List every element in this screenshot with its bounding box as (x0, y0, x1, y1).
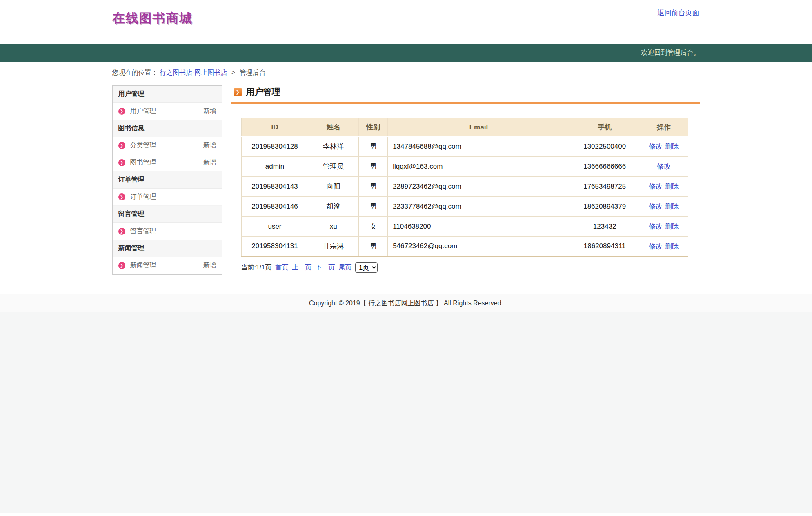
table-row: 201958304146 胡浚 男 2233778462@qq.com 1862… (241, 196, 688, 216)
sidebar-item-book-manage[interactable]: ❯ 图书管理 新增 (113, 154, 222, 171)
col-header-id: ID (241, 118, 308, 136)
cell-gender: 男 (359, 156, 388, 176)
arrow-right-square-icon: ❯ (234, 88, 242, 96)
copyright-text: Copyright © 2019【 行之图书店网上图书店 】 All Right… (309, 300, 503, 307)
cell-name: 胡浚 (308, 196, 359, 216)
next-page-link[interactable]: 下一页 (315, 263, 335, 272)
cell-phone: 13666666666 (570, 156, 640, 176)
back-to-front-link[interactable]: 返回前台页面 (658, 8, 699, 18)
main-panel: ❯ 用户管理 ID 姓名 性别 Email 手机 操作 (231, 85, 700, 273)
cell-name: 向阳 (308, 176, 359, 196)
breadcrumb-separator: > (229, 69, 238, 76)
delete-link[interactable]: 删除 (665, 222, 679, 230)
welcome-bar: 欢迎回到管理后台。 (0, 44, 812, 62)
table-row: user xu 女 1104638200 123432 修改删除 (241, 216, 688, 236)
edit-link[interactable]: 修改 (657, 162, 671, 170)
cell-email: 2289723462@qq.com (388, 176, 570, 196)
arrow-right-circle-icon: ❯ (118, 108, 125, 115)
cell-actions: 修改删除 (640, 236, 688, 256)
cell-phone: 123432 (570, 216, 640, 236)
cell-name: xu (308, 216, 359, 236)
cell-id: 201958304131 (241, 236, 308, 256)
welcome-text: 欢迎回到管理后台。 (641, 49, 700, 56)
delete-link[interactable]: 删除 (665, 242, 679, 250)
edit-link[interactable]: 修改 (649, 222, 663, 230)
sidebar-item-user-manage[interactable]: ❯ 用户管理 新增 (113, 103, 222, 120)
cell-id: user (241, 216, 308, 236)
cell-phone: 18620894379 (570, 196, 640, 216)
sidebar-item-label[interactable]: 留言管理 (130, 227, 216, 236)
sidebar-add-book-link[interactable]: 新增 (203, 158, 216, 167)
cell-name: 李林洋 (308, 136, 359, 156)
cell-actions: 修改删除 (640, 196, 688, 216)
table-row: 201958304131 甘宗淋 男 546723462@qq.com 1862… (241, 236, 688, 256)
delete-link[interactable]: 删除 (665, 202, 679, 210)
cell-gender: 男 (359, 136, 388, 156)
cell-phone: 17653498725 (570, 176, 640, 196)
edit-link[interactable]: 修改 (649, 202, 663, 210)
col-header-phone: 手机 (570, 118, 640, 136)
sidebar-add-news-link[interactable]: 新增 (203, 261, 216, 270)
cell-email: 546723462@qq.com (388, 236, 570, 256)
table-row: 201958304143 向阳 男 2289723462@qq.com 1765… (241, 176, 688, 196)
sidebar: 用户管理 ❯ 用户管理 新增 图书信息 ❯ 分类管理 新增 ❯ 图书管理 新增 … (112, 85, 222, 275)
sidebar-add-user-link[interactable]: 新增 (203, 107, 216, 116)
cell-actions: 修改 (640, 156, 688, 176)
sidebar-item-category-manage[interactable]: ❯ 分类管理 新增 (113, 137, 222, 154)
sidebar-item-label[interactable]: 订单管理 (130, 193, 216, 201)
sidebar-item-message-manage[interactable]: ❯ 留言管理 (113, 223, 222, 240)
sidebar-item-label[interactable]: 分类管理 (130, 141, 203, 150)
sidebar-item-label[interactable]: 用户管理 (130, 107, 203, 116)
cell-id: admin (241, 156, 308, 176)
cell-email: 1104638200 (388, 216, 570, 236)
cell-actions: 修改删除 (640, 216, 688, 236)
table-row: admin 管理员 男 llqqxf@163.com 13666666666 修… (241, 156, 688, 176)
col-header-gender: 性别 (359, 118, 388, 136)
sidebar-item-order-manage[interactable]: ❯ 订单管理 (113, 189, 222, 206)
cell-email: 2233778462@qq.com (388, 196, 570, 216)
cell-phone: 13022500400 (570, 136, 640, 156)
sidebar-add-category-link[interactable]: 新增 (203, 141, 216, 150)
cell-gender: 男 (359, 196, 388, 216)
sidebar-item-news-manage[interactable]: ❯ 新闻管理 新增 (113, 257, 222, 274)
cell-phone: 18620894311 (570, 236, 640, 256)
sidebar-item-label[interactable]: 图书管理 (130, 158, 203, 167)
cell-gender: 男 (359, 176, 388, 196)
table-row: 201958304128 李林洋 男 1347845688@qq.com 130… (241, 136, 688, 156)
cell-gender: 男 (359, 236, 388, 256)
col-header-email: Email (388, 118, 570, 136)
sidebar-section-orders: 订单管理 (113, 171, 222, 189)
last-page-link[interactable]: 尾页 (338, 263, 351, 272)
sidebar-item-label[interactable]: 新闻管理 (130, 261, 203, 270)
page-select[interactable]: 1页 (355, 262, 378, 273)
sidebar-section-messages: 留言管理 (113, 206, 222, 223)
edit-link[interactable]: 修改 (649, 242, 663, 250)
cell-id: 201958304146 (241, 196, 308, 216)
site-header: 在线图书商城 返回前台页面 首 页 用 户 图 书 订 单 留 言 新 闻 (0, 0, 812, 44)
cell-email: 1347845688@qq.com (388, 136, 570, 156)
breadcrumb-store-link[interactable]: 行之图书店-网上图书店 (160, 69, 227, 76)
col-header-name: 姓名 (308, 118, 359, 136)
site-logo: 在线图书商城 (112, 10, 193, 27)
page-title: 用户管理 (246, 86, 280, 98)
cell-actions: 修改删除 (640, 136, 688, 156)
edit-link[interactable]: 修改 (649, 182, 663, 190)
table-header-row: ID 姓名 性别 Email 手机 操作 (241, 118, 688, 136)
cell-id: 201958304128 (241, 136, 308, 156)
pagination: 当前:1/1页 首页 上一页 下一页 尾页 1页 (241, 262, 700, 273)
edit-link[interactable]: 修改 (649, 142, 663, 150)
site-footer: Copyright © 2019【 行之图书店网上图书店 】 All Right… (0, 294, 812, 312)
delete-link[interactable]: 删除 (665, 142, 679, 150)
delete-link[interactable]: 删除 (665, 182, 679, 190)
arrow-right-circle-icon: ❯ (118, 142, 125, 149)
sidebar-section-users: 用户管理 (113, 86, 222, 103)
cell-name: 管理员 (308, 156, 359, 176)
arrow-right-circle-icon: ❯ (118, 159, 125, 166)
prev-page-link[interactable]: 上一页 (292, 263, 311, 272)
cell-name: 甘宗淋 (308, 236, 359, 256)
page-background (0, 312, 812, 513)
first-page-link[interactable]: 首页 (275, 263, 288, 272)
breadcrumb-prefix: 您现在的位置： (112, 69, 158, 76)
breadcrumb: 您现在的位置： 行之图书店-网上图书店 > 管理后台 (112, 62, 700, 77)
cell-email: llqqxf@163.com (388, 156, 570, 176)
